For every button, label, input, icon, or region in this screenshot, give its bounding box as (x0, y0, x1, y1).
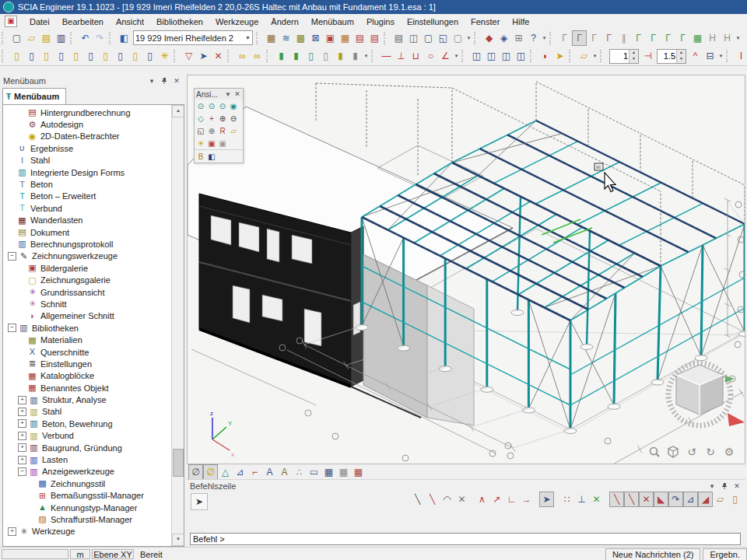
view-side-icon[interactable]: ⊙ (217, 100, 228, 111)
copy-member-icon[interactable]: ▯ (24, 48, 39, 64)
scroll-up-icon[interactable]: ▲ (172, 105, 184, 117)
line-grid-icon[interactable]: ▤ (367, 30, 382, 46)
zoom-all-icon[interactable]: ⊕ (206, 125, 217, 136)
project-combo[interactable]: 19 929 Imeri Rheifelden 2▼ (133, 30, 253, 45)
expand-icon[interactable]: + (18, 408, 26, 416)
copy-icon[interactable]: ◫ (469, 48, 484, 64)
tree-item-schnitt[interactable]: ✳Schnitt (3, 298, 172, 310)
snap-point-corner-icon[interactable]: ◣ (654, 492, 668, 507)
snap-profile-icon[interactable]: ▯ (728, 492, 742, 507)
load-case-spin[interactable]: 1▲▼ (609, 49, 639, 64)
tree-item-verbund[interactable]: TVerbund (3, 202, 172, 214)
menu-item-fenster[interactable]: Fenster (465, 16, 506, 28)
move-icon[interactable]: ◫ (499, 48, 514, 64)
new-angle-icon[interactable]: ∠ (438, 48, 453, 64)
panel-close-button[interactable]: ✕ (171, 76, 182, 86)
view-parameters-icon[interactable]: ◧ (206, 151, 217, 162)
tree-item-katalogbl-cke[interactable]: ▦Katalogblöcke (3, 370, 172, 382)
render-wireframe-icon[interactable]: ∅ (188, 464, 203, 480)
snap-save-settings-icon[interactable]: ▱ (713, 492, 728, 507)
tree-item-ergebnisse[interactable]: ∪Ergebnisse (3, 142, 172, 154)
command-panel-pin-button[interactable] (719, 481, 730, 491)
tree-item-materialien[interactable]: ▩Materialien (3, 334, 172, 345)
snap-nearest-icon[interactable]: → (519, 492, 534, 507)
show-local-axes-icon[interactable]: ⊿ (233, 464, 247, 480)
search-members-icon[interactable]: ∞ (235, 48, 250, 64)
expand-icon[interactable]: + (18, 456, 26, 464)
3d-viewport[interactable]: zYx Ansi... ▾ ✕ ⊙⊙⊙◉◇+⊕⊖◱⊕R▱☀▣▣B◧ ↺ ↻ ⚙ (187, 75, 745, 464)
rotate-horizontal-icon[interactable]: ↺ (684, 445, 700, 459)
set-view-direction-icon[interactable]: + (206, 113, 217, 124)
working-plane-field[interactable]: Ebene XY (92, 549, 134, 559)
selection-cursor-button[interactable]: ➤ (191, 493, 208, 510)
zoom-window-icon[interactable] (647, 445, 662, 459)
document-window-icon[interactable]: ▣ (5, 16, 17, 27)
view-perspective-icon[interactable]: ◇ (195, 113, 206, 124)
snap-edge-icon[interactable]: ⊿ (683, 492, 698, 507)
collapse-icon[interactable]: − (18, 467, 26, 476)
tree-item-anzeigewerkzeuge[interactable]: −▥Anzeigewerkzeuge (3, 466, 172, 478)
multi-copy-icon[interactable]: ◫ (484, 48, 499, 64)
tree-item-kennungstyp-manager[interactable]: ▲Kennungstyp-Manager (3, 502, 172, 513)
project-data-icon[interactable]: ▦ (264, 30, 279, 46)
previous-view-icon[interactable]: ▱ (228, 125, 239, 136)
tree-item-stahl[interactable]: +▥Stahl (3, 406, 172, 418)
scroll-down-icon[interactable]: ▼ (172, 534, 184, 546)
menu-item-menbaum[interactable]: Menübaum (305, 16, 360, 28)
connection-h-profile-1-icon[interactable]: Η (705, 30, 720, 46)
activity-invert-icon[interactable]: ▮ (289, 48, 303, 64)
hinge-both-ends-icon[interactable]: I (734, 48, 747, 64)
snap-arc-center-icon[interactable]: ↷ (668, 492, 683, 507)
tree-item-stahl[interactable]: IStahl (3, 155, 172, 166)
zoom-window-icon[interactable]: ◱ (195, 125, 206, 136)
panel-menu-button[interactable]: ▾ (146, 76, 157, 86)
model-canvas[interactable]: zYx (188, 75, 745, 464)
tree-item-zeichnungsstil[interactable]: ▩Zeichnungsstil (3, 478, 172, 489)
view-front-icon[interactable]: ⊙ (206, 100, 217, 111)
tree-item-berechnungsprotokoll[interactable]: ▥Berechnungsprotokoll (3, 238, 172, 250)
connection-mesh-icon[interactable]: ▦ (690, 30, 705, 46)
snap-percent-icon[interactable]: ◢ (698, 492, 713, 507)
clipping-box-off-icon[interactable]: ▯ (318, 48, 333, 64)
render-settings-icon[interactable]: ▣ (206, 138, 217, 149)
search-nodes-icon[interactable]: ∞ (250, 48, 265, 64)
tree-item-zeichnungsgalerie[interactable]: ▢Zeichnungsgalerie (3, 274, 172, 285)
table-input-icon[interactable]: ⊞ (511, 30, 526, 46)
connection-frame-welded-icon[interactable]: Γ (587, 30, 601, 46)
expand-icon[interactable]: + (18, 432, 26, 440)
tree-item-wanderlasten[interactable]: ▦Wanderlasten (3, 215, 172, 226)
show-nodes-icon[interactable]: ∴ (292, 464, 307, 480)
join-members-icon[interactable]: ▯ (128, 48, 142, 64)
snap-grid-icon[interactable]: ∷ (559, 492, 574, 507)
new-messages-button[interactable]: Neue Nachrichten (2) (605, 548, 701, 560)
tree-item-baugrund-gr-ndung[interactable]: +▥Baugrund, Gründung (3, 442, 172, 453)
render-solid-icon[interactable]: ∅ (203, 464, 218, 480)
spin-value[interactable]: 1 (610, 51, 629, 61)
storeys-icon[interactable]: ▤ (352, 30, 367, 46)
tree-item-2d-daten-betrachter[interactable]: ◉2D-Daten-Betrachter (3, 131, 172, 142)
cross-sections-icon[interactable]: ⊠ (308, 30, 323, 46)
view-settings-gear-icon[interactable]: ⚙ (721, 445, 737, 459)
rotate-member-icon[interactable]: ▯ (39, 48, 54, 64)
tree-item-autodesign[interactable]: ⚙Autodesign (3, 118, 172, 130)
move-member-icon[interactable]: ▯ (9, 48, 24, 64)
snap-node-icon[interactable]: ∧ (475, 492, 489, 507)
collapse-icon[interactable]: − (8, 324, 16, 332)
light-settings-icon[interactable]: ☀ (195, 138, 206, 149)
zoom-out-icon[interactable]: ⊖ (228, 113, 239, 124)
menu-item-ndern[interactable]: Ändern (265, 16, 304, 28)
clipping-box-settings-icon[interactable]: B (195, 151, 206, 162)
tree-item-lasten[interactable]: +▥Lasten (3, 453, 172, 465)
combo-dropdown-icon[interactable]: ▼ (245, 35, 251, 40)
catalog-blocks-icon[interactable]: ▣ (323, 30, 338, 46)
toolbar-overflow-caret[interactable]: ▾ (465, 31, 472, 45)
print-icon[interactable]: ▤ (391, 30, 406, 46)
new-opening-icon[interactable]: ⊔ (409, 48, 423, 64)
open-project-icon[interactable]: ▱ (24, 30, 39, 46)
tree-item-struktur-analyse[interactable]: +▥Struktur, Analyse (3, 394, 172, 405)
display-scale-spin[interactable]: 1.5▲▼ (657, 49, 686, 64)
select-by-cursor-icon[interactable]: ➤ (196, 48, 211, 64)
results-button[interactable]: Ergebn. (703, 548, 747, 560)
cut-out-icon[interactable]: ➤ (552, 48, 567, 64)
menu-item-werkzeuge[interactable]: Werkzeuge (209, 16, 265, 28)
